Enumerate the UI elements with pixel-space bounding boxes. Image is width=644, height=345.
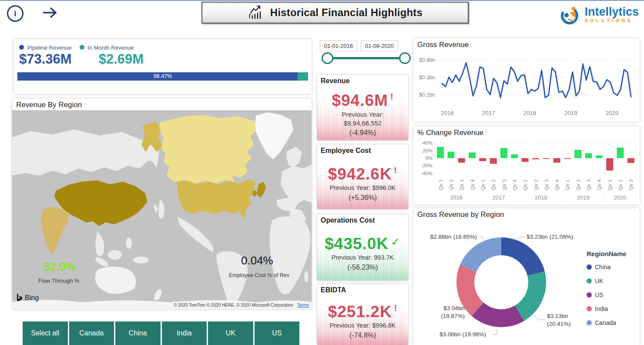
pct-change-bar[interactable] (437, 147, 444, 158)
legend-title: RegionName (587, 250, 627, 257)
slider-handle-start[interactable] (322, 52, 333, 64)
pct-change-bar[interactable] (532, 158, 539, 159)
logo-mark-icon (559, 3, 583, 26)
country-uk-ireland[interactable] (252, 190, 257, 196)
canada-dot-icon (587, 320, 592, 325)
slider-handle-end[interactable] (399, 52, 411, 64)
revenue-value: $94.6M! (332, 88, 393, 109)
svg-text:$0.4bn: $0.4bn (419, 57, 435, 63)
svg-text:Qtr 4: Qtr 4 (597, 179, 602, 190)
operations-cost-value: $435.0K✓ (325, 233, 401, 253)
pct-change-bar[interactable] (511, 154, 518, 158)
alert-icon: ! (394, 166, 398, 175)
info-icon[interactable]: i (7, 5, 23, 22)
landmass-philippines (126, 237, 132, 249)
pct-change-bar[interactable] (522, 158, 529, 162)
flow-through-value: 32.0% (44, 260, 76, 274)
ebidta-prev-line: Previous Year: $996.8K (330, 322, 396, 329)
legend-item-uk[interactable]: UK (587, 277, 627, 284)
pct-change-title: % Change Revenue (417, 129, 483, 137)
svg-text:2018: 2018 (535, 194, 547, 201)
svg-text:Qtr 1: Qtr 1 (523, 179, 528, 190)
legend-item-in-month-revenue[interactable]: In Month Revenue (80, 44, 134, 51)
pct-change-bar[interactable] (585, 153, 592, 158)
pct-change-bar[interactable] (490, 158, 497, 164)
company-logo: Intellytics SOLUTIONS (559, 3, 639, 26)
flow-through-label: Flow Through % (38, 277, 79, 284)
pct-change-bar[interactable] (543, 158, 550, 159)
logo-subtext: SOLUTIONS (584, 18, 639, 23)
svg-text:Qtr 4: Qtr 4 (470, 179, 475, 190)
gross-revenue-chart-card: Gross Revenue $0.2bn$0.3bn$0.4bn20162017… (413, 38, 640, 122)
revenue-by-region-map-card: Revenue By Region (12, 98, 312, 309)
us-dot-icon (587, 292, 592, 298)
svg-text:2019: 2019 (564, 110, 577, 116)
pct-change-bar[interactable] (553, 158, 560, 162)
svg-text:2016: 2016 (450, 194, 463, 201)
donut-label-us: $3.06bn (19.98%) (439, 331, 486, 338)
svg-text:2017: 2017 (492, 194, 505, 201)
svg-text:2018: 2018 (523, 110, 536, 116)
bing-logo: Bing (17, 294, 39, 302)
revenue-prev-line2: $9,94,66,552 (344, 119, 382, 127)
pct-change-bar[interactable] (447, 152, 454, 158)
button-canada[interactable]: Canada (69, 321, 114, 345)
pct-change-bar[interactable] (596, 156, 603, 158)
button-china[interactable]: China (115, 321, 161, 345)
slider-track[interactable] (327, 57, 402, 59)
map-copyright: © 2020 TomTom © 2020 HERE, © 2020 Micros… (174, 303, 309, 308)
donut-label-china: $3.23bn (21.09%) (527, 233, 573, 240)
donut-slice-canada[interactable] (460, 237, 501, 272)
pct-change-bar[interactable] (617, 148, 624, 158)
pct-change-bar[interactable] (479, 158, 486, 161)
legend-item-canada[interactable]: Canada (587, 319, 627, 326)
pct-change-bar[interactable] (458, 158, 465, 162)
gross-revenue-line[interactable] (442, 63, 631, 98)
legend-item-us[interactable]: US (587, 291, 627, 298)
button-uk[interactable]: UK (208, 321, 253, 345)
svg-text:Qtr 1: Qtr 1 (438, 179, 443, 190)
pct-change-bar[interactable] (500, 148, 507, 158)
end-date-input[interactable]: 01-08-2020 (361, 40, 398, 51)
pipeline-revenue-value: $73.36M (19, 51, 72, 67)
svg-text:2020: 2020 (614, 194, 627, 201)
svg-text:2020: 2020 (606, 110, 619, 116)
svg-text:20%: 20% (423, 148, 433, 153)
window-top-accent (0, 0, 644, 1)
pct-change-bar[interactable] (574, 150, 581, 158)
employee-cost-kpi-card: Employee Cost $942.6K! Previous Year: $9… (317, 145, 408, 209)
button-us[interactable]: US (255, 321, 300, 345)
legend-item-china[interactable]: China (587, 264, 627, 271)
landmass-madagascar (304, 271, 309, 282)
svg-text:$0.3bn: $0.3bn (419, 74, 435, 81)
svg-text:0%: 0% (425, 156, 433, 161)
legend-item-india[interactable]: India (587, 305, 627, 312)
donut-slice-china[interactable] (501, 237, 545, 276)
ebidta-card-title: EBIDTA (321, 286, 346, 294)
employee-cost-card-title: Employee Cost (321, 147, 371, 155)
title-banner: Historical Financial Highlights (201, 2, 469, 24)
button-select-all[interactable]: Select all (23, 321, 68, 345)
pct-change-bar[interactable] (627, 158, 634, 163)
pct-change-bar[interactable] (469, 152, 476, 158)
map-terms-link[interactable]: Terms (297, 303, 309, 308)
world-map[interactable]: 32.0% Flow Through % 0.04% Employee Cost… (12, 110, 312, 309)
svg-text:Qtr 3: Qtr 3 (628, 179, 634, 190)
revenue-progress-bar[interactable]: 96.47% (17, 72, 308, 81)
svg-text:Qtr 1: Qtr 1 (480, 179, 486, 190)
button-india[interactable]: India (162, 321, 207, 345)
forward-arrow-icon[interactable] (41, 4, 59, 21)
pct-change-bar[interactable] (606, 158, 613, 171)
start-date-input[interactable]: 01-01-2016 (320, 40, 357, 51)
china-dot-icon (587, 264, 592, 270)
employee-cost-value: $942.6K! (328, 162, 398, 183)
country-canada[interactable] (159, 115, 256, 183)
svg-text:Qtr 1: Qtr 1 (607, 179, 613, 190)
bing-b-icon (17, 294, 23, 302)
pct-change-bar[interactable] (564, 158, 571, 159)
employee-cost-prev-line: Previous Year: $996.0K (330, 184, 396, 192)
legend-item-pipeline-revenue[interactable]: Pipeline Revenue (19, 44, 72, 51)
logo-text: Intellytics (584, 6, 639, 17)
svg-text:Qtr 3: Qtr 3 (502, 179, 507, 190)
date-range-slicer: 01-01-2016 01-08-2020 (317, 39, 411, 71)
